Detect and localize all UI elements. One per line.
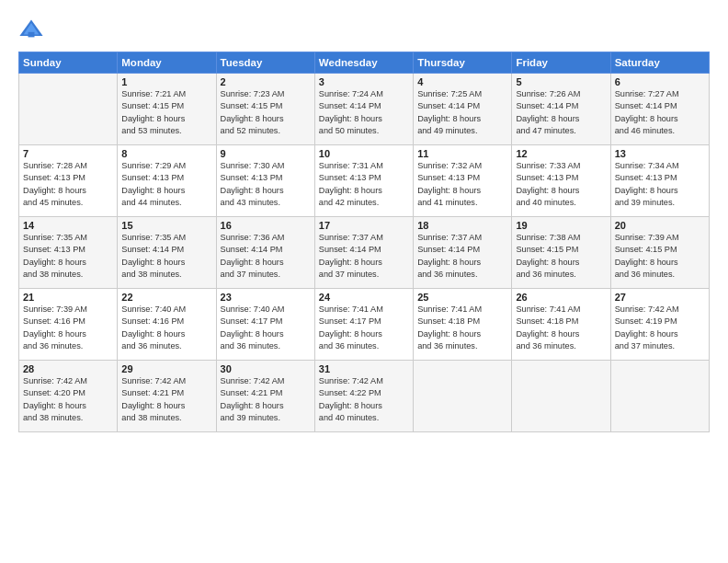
day-info: Sunrise: 7:34 AM Sunset: 4:13 PM Dayligh…: [615, 160, 705, 209]
day-info: Sunrise: 7:40 AM Sunset: 4:16 PM Dayligh…: [121, 304, 211, 352]
day-info: Sunrise: 7:42 AM Sunset: 4:22 PM Dayligh…: [319, 375, 409, 424]
day-info: Sunrise: 7:37 AM Sunset: 4:14 PM Dayligh…: [417, 232, 507, 281]
day-number: 23: [221, 292, 311, 303]
day-number: 20: [615, 220, 705, 231]
calendar-week-row: 28Sunrise: 7:42 AM Sunset: 4:20 PM Dayli…: [19, 361, 710, 432]
day-info: Sunrise: 7:35 AM Sunset: 4:14 PM Dayligh…: [121, 232, 211, 281]
day-number: 9: [221, 148, 311, 159]
day-number: 6: [615, 76, 705, 87]
calendar-cell: 13Sunrise: 7:34 AM Sunset: 4:13 PM Dayli…: [610, 145, 709, 217]
day-info: Sunrise: 7:35 AM Sunset: 4:13 PM Dayligh…: [23, 232, 113, 281]
calendar-cell: 25Sunrise: 7:41 AM Sunset: 4:18 PM Dayli…: [414, 289, 512, 361]
calendar-cell: 10Sunrise: 7:31 AM Sunset: 4:13 PM Dayli…: [314, 145, 413, 217]
calendar-cell: 27Sunrise: 7:42 AM Sunset: 4:19 PM Dayli…: [610, 289, 709, 361]
calendar-cell: [610, 361, 709, 432]
day-number: 12: [516, 148, 606, 159]
day-number: 8: [121, 148, 211, 159]
day-number: 1: [121, 76, 211, 87]
day-info: Sunrise: 7:29 AM Sunset: 4:13 PM Dayligh…: [121, 160, 211, 209]
day-info: Sunrise: 7:26 AM Sunset: 4:14 PM Dayligh…: [516, 88, 606, 137]
day-number: 30: [221, 363, 311, 374]
page: SundayMondayTuesdayWednesdayThursdayFrid…: [0, 0, 728, 563]
day-number: 14: [23, 220, 113, 231]
day-number: 3: [319, 76, 409, 87]
day-info: Sunrise: 7:38 AM Sunset: 4:15 PM Dayligh…: [516, 232, 606, 281]
day-info: Sunrise: 7:42 AM Sunset: 4:21 PM Dayligh…: [221, 375, 311, 424]
calendar-week-row: 14Sunrise: 7:35 AM Sunset: 4:13 PM Dayli…: [19, 217, 710, 289]
day-number: 24: [319, 292, 409, 303]
day-number: 22: [121, 292, 211, 303]
day-info: Sunrise: 7:36 AM Sunset: 4:14 PM Dayligh…: [221, 232, 311, 281]
calendar-cell: [512, 361, 610, 432]
day-info: Sunrise: 7:23 AM Sunset: 4:15 PM Dayligh…: [221, 88, 311, 137]
day-number: 25: [417, 292, 507, 303]
day-number: 19: [516, 220, 606, 231]
day-info: Sunrise: 7:41 AM Sunset: 4:17 PM Dayligh…: [319, 304, 409, 352]
day-info: Sunrise: 7:33 AM Sunset: 4:13 PM Dayligh…: [516, 160, 606, 209]
calendar-cell: 7Sunrise: 7:28 AM Sunset: 4:13 PM Daylig…: [19, 145, 118, 217]
calendar-cell: 11Sunrise: 7:32 AM Sunset: 4:13 PM Dayli…: [414, 145, 512, 217]
calendar-cell: 2Sunrise: 7:23 AM Sunset: 4:15 PM Daylig…: [216, 74, 314, 145]
day-number: 26: [516, 292, 606, 303]
calendar-week-row: 1Sunrise: 7:21 AM Sunset: 4:15 PM Daylig…: [19, 74, 710, 145]
calendar-cell: 20Sunrise: 7:39 AM Sunset: 4:15 PM Dayli…: [610, 217, 709, 289]
calendar-week-row: 7Sunrise: 7:28 AM Sunset: 4:13 PM Daylig…: [19, 145, 710, 217]
calendar-cell: 9Sunrise: 7:30 AM Sunset: 4:13 PM Daylig…: [216, 145, 314, 217]
calendar-cell: 22Sunrise: 7:40 AM Sunset: 4:16 PM Dayli…: [118, 289, 216, 361]
calendar-cell: 6Sunrise: 7:27 AM Sunset: 4:14 PM Daylig…: [610, 74, 709, 145]
day-info: Sunrise: 7:27 AM Sunset: 4:14 PM Dayligh…: [615, 88, 705, 137]
logo-icon: [18, 17, 44, 42]
weekday-header: Thursday: [414, 52, 512, 74]
day-info: Sunrise: 7:30 AM Sunset: 4:13 PM Dayligh…: [221, 160, 311, 209]
day-number: 16: [221, 220, 311, 231]
day-info: Sunrise: 7:37 AM Sunset: 4:14 PM Dayligh…: [319, 232, 409, 281]
calendar-cell: 1Sunrise: 7:21 AM Sunset: 4:15 PM Daylig…: [118, 74, 216, 145]
day-info: Sunrise: 7:41 AM Sunset: 4:18 PM Dayligh…: [516, 304, 606, 352]
day-number: 5: [516, 76, 606, 87]
weekday-header: Friday: [512, 52, 610, 74]
day-number: 17: [319, 220, 409, 231]
calendar-week-row: 21Sunrise: 7:39 AM Sunset: 4:16 PM Dayli…: [19, 289, 710, 361]
day-info: Sunrise: 7:42 AM Sunset: 4:21 PM Dayligh…: [121, 375, 211, 424]
day-info: Sunrise: 7:21 AM Sunset: 4:15 PM Dayligh…: [121, 88, 211, 137]
weekday-header: Monday: [118, 52, 216, 74]
day-info: Sunrise: 7:24 AM Sunset: 4:14 PM Dayligh…: [319, 88, 409, 137]
calendar-cell: 12Sunrise: 7:33 AM Sunset: 4:13 PM Dayli…: [512, 145, 610, 217]
day-info: Sunrise: 7:31 AM Sunset: 4:13 PM Dayligh…: [319, 160, 409, 209]
calendar-cell: 30Sunrise: 7:42 AM Sunset: 4:21 PM Dayli…: [216, 361, 314, 432]
day-info: Sunrise: 7:42 AM Sunset: 4:19 PM Dayligh…: [615, 304, 705, 352]
calendar-cell: 26Sunrise: 7:41 AM Sunset: 4:18 PM Dayli…: [512, 289, 610, 361]
weekday-header: Saturday: [610, 52, 709, 74]
calendar-cell: 4Sunrise: 7:25 AM Sunset: 4:14 PM Daylig…: [414, 74, 512, 145]
day-info: Sunrise: 7:39 AM Sunset: 4:16 PM Dayligh…: [23, 304, 113, 352]
calendar-table: SundayMondayTuesdayWednesdayThursdayFrid…: [18, 52, 710, 432]
day-number: 27: [615, 292, 705, 303]
calendar-cell: 18Sunrise: 7:37 AM Sunset: 4:14 PM Dayli…: [414, 217, 512, 289]
day-number: 2: [221, 76, 311, 87]
calendar-cell: 15Sunrise: 7:35 AM Sunset: 4:14 PM Dayli…: [118, 217, 216, 289]
day-number: 21: [23, 292, 113, 303]
weekday-header: Tuesday: [216, 52, 314, 74]
day-info: Sunrise: 7:39 AM Sunset: 4:15 PM Dayligh…: [615, 232, 705, 281]
calendar-cell: 24Sunrise: 7:41 AM Sunset: 4:17 PM Dayli…: [314, 289, 413, 361]
day-number: 11: [417, 148, 507, 159]
calendar-cell: 31Sunrise: 7:42 AM Sunset: 4:22 PM Dayli…: [314, 361, 413, 432]
logo: [18, 17, 48, 42]
day-info: Sunrise: 7:41 AM Sunset: 4:18 PM Dayligh…: [417, 304, 507, 352]
calendar-cell: 5Sunrise: 7:26 AM Sunset: 4:14 PM Daylig…: [512, 74, 610, 145]
day-info: Sunrise: 7:32 AM Sunset: 4:13 PM Dayligh…: [417, 160, 507, 209]
calendar-cell: 23Sunrise: 7:40 AM Sunset: 4:17 PM Dayli…: [216, 289, 314, 361]
day-number: 10: [319, 148, 409, 159]
calendar-cell: [19, 74, 118, 145]
calendar-cell: 28Sunrise: 7:42 AM Sunset: 4:20 PM Dayli…: [19, 361, 118, 432]
day-number: 15: [121, 220, 211, 231]
day-info: Sunrise: 7:25 AM Sunset: 4:14 PM Dayligh…: [417, 88, 507, 137]
day-info: Sunrise: 7:28 AM Sunset: 4:13 PM Dayligh…: [23, 160, 113, 209]
day-number: 29: [121, 363, 211, 374]
header-row: SundayMondayTuesdayWednesdayThursdayFrid…: [19, 52, 710, 74]
day-info: Sunrise: 7:40 AM Sunset: 4:17 PM Dayligh…: [221, 304, 311, 352]
svg-rect-2: [28, 32, 35, 38]
calendar-cell: 29Sunrise: 7:42 AM Sunset: 4:21 PM Dayli…: [118, 361, 216, 432]
calendar-cell: 16Sunrise: 7:36 AM Sunset: 4:14 PM Dayli…: [216, 217, 314, 289]
weekday-header: Sunday: [19, 52, 118, 74]
